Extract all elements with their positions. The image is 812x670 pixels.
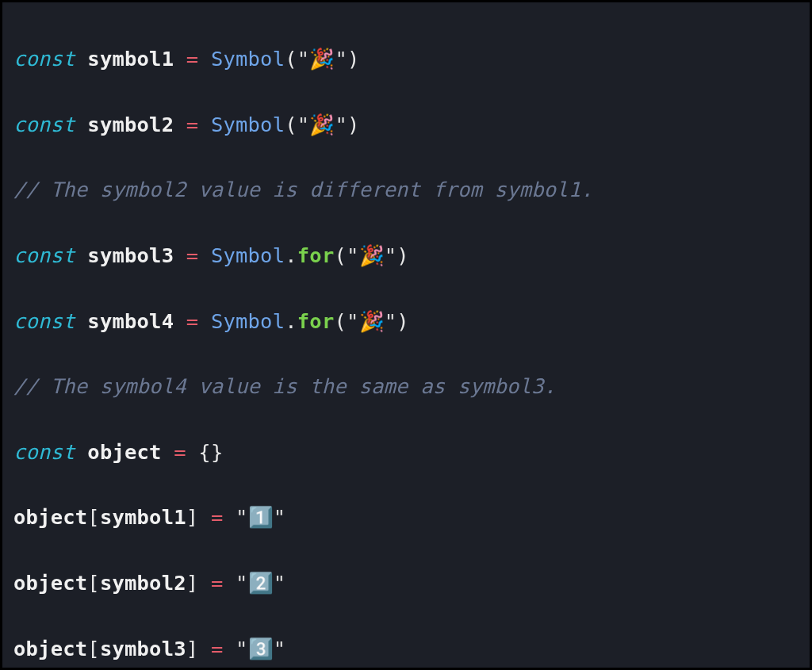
code-editor-view: const symbol1 = Symbol("🎉") const symbol… xyxy=(0,0,812,670)
code-line: const symbol2 = Symbol("🎉") xyxy=(13,109,799,141)
keycap-three-icon: 3️⃣ xyxy=(248,637,274,660)
keycap-two-icon: 2️⃣ xyxy=(248,571,274,595)
code-line: const symbol4 = Symbol.for("🎉") xyxy=(13,305,799,338)
code-line: object[symbol1] = "1️⃣" xyxy=(13,501,799,534)
identifier: symbol1 xyxy=(87,47,174,71)
method-for: for xyxy=(297,243,335,267)
code-line: object[symbol3] = "3️⃣" xyxy=(13,633,799,665)
code-line: const symbol3 = Symbol.for("🎉") xyxy=(13,239,799,272)
keyword-const: const xyxy=(13,47,75,71)
operator-equals: = xyxy=(186,47,199,71)
code-line: const symbol1 = Symbol("🎉") xyxy=(13,43,799,75)
comment-line: // The symbol4 value is the same as symb… xyxy=(13,370,799,403)
party-icon: 🎉 xyxy=(309,47,335,71)
party-icon: 🎉 xyxy=(309,113,335,136)
party-icon: 🎉 xyxy=(359,309,385,333)
code-line: const object = {} xyxy=(13,436,799,469)
party-icon: 🎉 xyxy=(359,243,385,267)
comment-line: // The symbol2 value is different from s… xyxy=(13,174,799,206)
class-symbol: Symbol xyxy=(211,47,285,71)
keycap-one-icon: 1️⃣ xyxy=(248,505,274,529)
code-line: object[symbol2] = "2️⃣" xyxy=(13,567,799,599)
